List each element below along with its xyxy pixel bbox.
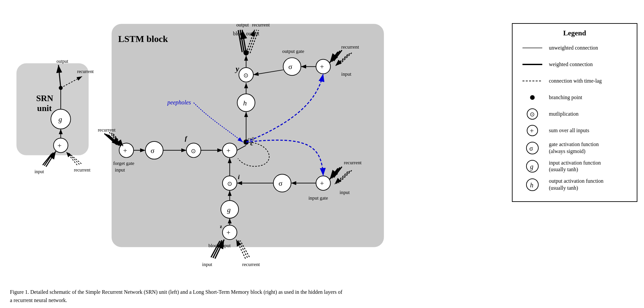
svg-text:input: input [202,262,212,267]
main-container: SRN unit g + output recurrent inp [0,0,644,308]
svg-text:block output: block output [233,31,259,37]
gate-activation-icon: σ [519,141,546,155]
diagram-svg: SRN unit g + output recurrent inp [7,3,505,274]
svg-text:peepholes: peepholes [167,99,191,106]
svg-text:σ: σ [279,179,283,187]
mult-icon: ⊙ [519,108,546,120]
diagram-area: SRN unit g + output recurrent inp [7,3,637,285]
svg-text:output gate: output gate [282,49,304,54]
svg-text:+: + [227,147,231,155]
svg-rect-26 [112,24,384,247]
sum-icon: + [519,125,546,136]
legend-item-output-act: h output activation function(usually tan… [519,178,630,192]
svg-text:i: i [238,173,240,180]
unweighted-icon [519,45,546,51]
svg-text:σ: σ [151,147,155,155]
svg-text:+: + [123,147,127,155]
svg-text:output: output [56,59,68,64]
legend-label-sum: sum over all inputs [549,127,589,134]
svg-text:recurrent: recurrent [252,22,270,27]
legend-label-output-act: output activation function(usually tanh) [549,178,603,192]
legend-label-branching: branching point [549,94,582,101]
svg-text:input: input [115,167,125,173]
svg-text:⊙: ⊙ [243,72,248,79]
caption-line2: a recurrent neural network. [10,297,67,303]
legend-item-unweighted: unweighted connection [519,42,630,54]
svg-text:σ: σ [288,63,292,71]
svg-text:h: h [243,99,247,107]
svg-text:SRN: SRN [36,94,53,103]
branching-icon [519,94,546,101]
legend-item-gate-act: σ gate activation function(always sigmoi… [519,141,630,155]
svg-text:recurrent: recurrent [98,127,116,133]
svg-text:recurrent: recurrent [341,44,359,50]
svg-text:z: z [220,224,222,229]
legend-item-branching: branching point [519,92,630,103]
legend-item-input-act: g input activation function(usually tanh… [519,160,630,173]
weighted-icon [519,61,546,68]
svg-rect-4 [17,63,89,155]
svg-text:g: g [530,163,533,171]
caption-line1: Figure 1. Detailed schematic of the Simp… [10,289,342,295]
timelag-icon [519,78,546,84]
svg-text:LSTM block: LSTM block [118,34,168,44]
legend-label-input-act: input activation function(usually tanh) [549,160,601,173]
svg-text:g: g [58,115,62,123]
svg-text:recurrent: recurrent [344,160,362,165]
legend-item-sum: + sum over all inputs [519,125,630,136]
legend-item-timelag: connection with time-lag [519,75,630,87]
svg-text:input gate: input gate [308,195,328,201]
svg-text:input: input [341,71,351,77]
svg-text:+: + [530,127,534,135]
svg-text:y: y [234,64,239,73]
svg-text:input: input [34,169,44,174]
figure-caption: Figure 1. Detailed schematic of the Simp… [7,288,637,305]
legend-box: Legend unweighted connection weighted co… [512,23,637,202]
svg-text:σ: σ [529,145,533,152]
svg-text:⊙: ⊙ [191,148,196,154]
input-activation-icon: g [519,160,546,173]
svg-text:h: h [530,181,533,189]
output-activation-icon: h [519,178,546,191]
svg-text:+: + [227,229,231,237]
svg-text:recurrent: recurrent [77,69,94,74]
svg-text:input: input [340,190,350,195]
legend-label-weighted: weighted connection [549,61,593,68]
svg-text:+: + [320,63,324,71]
legend-item-mult: ⊙ mutliplication [519,108,630,120]
svg-point-126 [530,95,535,100]
svg-text:cell: cell [248,136,254,141]
svg-text:+: + [57,142,61,150]
legend-label-mult: mutliplication [549,111,579,118]
svg-text:+: + [320,179,324,187]
svg-text:recurrent: recurrent [242,262,260,267]
svg-text:unit: unit [37,103,52,113]
svg-text:g: g [227,206,231,214]
legend-label-unweighted: unweighted connection [549,45,598,52]
svg-text:recurrent: recurrent [74,168,90,173]
svg-text:forget gate: forget gate [113,161,134,166]
svg-text:⊙: ⊙ [227,180,232,187]
legend-title: Legend [519,29,630,37]
svg-text:output: output [236,22,249,27]
legend-label-gate-act: gate activation function(always sigmoid) [549,141,599,155]
svg-text:⊙: ⊙ [530,111,535,118]
legend-label-timelag: connection with time-lag [549,78,602,85]
legend-item-weighted: weighted connection [519,58,630,70]
